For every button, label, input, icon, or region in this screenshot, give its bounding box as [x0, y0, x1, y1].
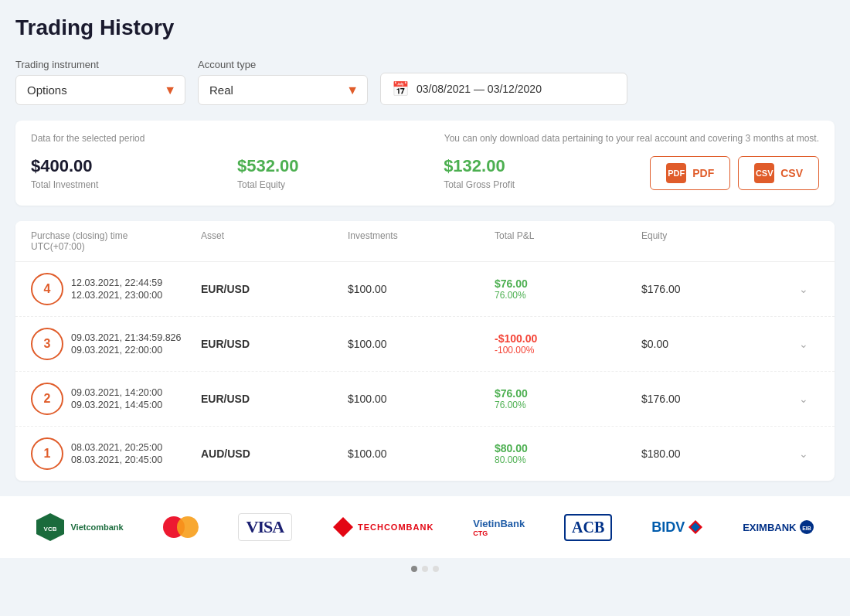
acb-text: ACB — [564, 514, 612, 541]
time-badge-2: 2 09.03.2021, 14:20:00 09.03.2021, 14:45… — [31, 383, 201, 415]
header-time: Purchase (closing) time — [31, 230, 201, 241]
header-investments: Investments — [348, 230, 495, 252]
pnl-value-1: $80.00 — [495, 442, 641, 454]
footer-logos: VCB Vietcombank VISA TECHCOMBANK VietinB… — [0, 496, 850, 558]
table-row: 1 08.03.2021, 20:25:00 08.03.2021, 20:45… — [15, 427, 835, 481]
time-lines-1: 08.03.2021, 20:25:00 08.03.2021, 20:45:0… — [71, 442, 162, 465]
time-main-1: 08.03.2021, 20:25:00 — [71, 442, 162, 453]
pnl-3: -$100.00 -100.00% — [495, 332, 641, 356]
svg-text:EIB: EIB — [803, 526, 812, 531]
instrument-select[interactable]: Options — [15, 75, 185, 105]
expand-row-2[interactable]: ⌄ — [788, 393, 819, 405]
techcombank-icon — [332, 516, 355, 539]
asset-2: EUR/USD — [201, 393, 348, 405]
vietcombank-icon: VCB — [35, 512, 66, 543]
eximbank-icon: EIB — [799, 519, 814, 535]
pdf-download-button[interactable]: PDF PDF — [650, 156, 730, 190]
logo-techcombank: TECHCOMBANK — [332, 516, 434, 539]
time-main-4: 12.03.2021, 22:44:59 — [71, 277, 162, 288]
time-badge-4: 4 12.03.2021, 22:44:59 12.03.2021, 23:00… — [31, 273, 201, 305]
account-type-label: Account type — [198, 59, 368, 70]
expand-row-3[interactable]: ⌄ — [788, 338, 819, 350]
eximbank-text: EXIMBANK — [743, 522, 796, 533]
total-gross-profit-value: $132.00 — [444, 156, 650, 176]
asset-1: AUD/USD — [201, 448, 348, 460]
equity-3: $0.00 — [641, 338, 788, 350]
equity-4: $176.00 — [641, 283, 788, 295]
expand-row-4[interactable]: ⌄ — [788, 283, 819, 295]
summary-card: Data for the selected period You can onl… — [15, 121, 835, 206]
svg-marker-2 — [333, 517, 353, 537]
csv-label: CSV — [780, 167, 803, 179]
instrument-filter: Trading instrument Options ▼ — [15, 59, 185, 105]
carousel-dot-3[interactable] — [433, 566, 439, 572]
time-badge-3: 3 09.03.2021, 21:34:59.826 09.03.2021, 2… — [31, 328, 201, 360]
instrument-label: Trading instrument — [15, 59, 185, 70]
logo-vietinbank: VietinBank CTG — [473, 518, 525, 537]
total-investment-value: $400.00 — [31, 156, 237, 176]
badge-2: 2 — [31, 383, 63, 415]
total-investment-stat: $400.00 Total Investment — [31, 156, 237, 190]
time-sub-4: 12.03.2021, 23:00:00 — [71, 290, 162, 301]
pnl-2: $76.00 76.00% — [495, 387, 641, 410]
csv-icon: CSV — [754, 163, 774, 183]
header-time-tz: UTC(+07:00) — [31, 241, 201, 252]
date-range-picker[interactable]: 📅 03/08/2021 — 03/12/2020 — [380, 73, 627, 105]
total-investment-label: Total Investment — [31, 179, 237, 190]
download-buttons: PDF PDF CSV CSV — [650, 156, 819, 190]
bidv-text: BIDV — [651, 519, 685, 536]
investment-4: $100.00 — [348, 283, 495, 295]
header-equity: Equity — [641, 230, 788, 252]
table-row: 4 12.03.2021, 22:44:59 12.03.2021, 23:00… — [15, 262, 835, 317]
vietinbank-label: VietinBank — [473, 518, 525, 529]
account-type-select[interactable]: Real — [198, 75, 368, 105]
pdf-label: PDF — [692, 167, 714, 179]
time-lines-3: 09.03.2021, 21:34:59.826 09.03.2021, 22:… — [71, 332, 182, 356]
calendar-icon: 📅 — [392, 80, 409, 97]
time-sub-2: 09.03.2021, 14:45:00 — [71, 400, 162, 410]
account-type-select-wrapper: Real ▼ — [198, 75, 368, 105]
equity-1: $180.00 — [641, 448, 788, 460]
note-right: You can only download data pertaining to… — [444, 133, 819, 144]
logo-acb: ACB — [564, 514, 612, 541]
time-lines-2: 09.03.2021, 14:20:00 09.03.2021, 14:45:0… — [71, 387, 162, 410]
investment-3: $100.00 — [348, 338, 495, 350]
badge-4: 4 — [31, 273, 63, 305]
pnl-value-2: $76.00 — [495, 387, 641, 400]
carousel-dot-1[interactable] — [411, 566, 417, 572]
badge-1: 1 — [31, 437, 63, 470]
page-title: Trading History — [15, 15, 835, 40]
time-sub-3: 09.03.2021, 22:00:00 — [71, 345, 182, 356]
pnl-1: $80.00 80.00% — [495, 442, 641, 465]
time-badge-1: 1 08.03.2021, 20:25:00 08.03.2021, 20:45… — [31, 437, 201, 470]
logo-visa: VISA — [238, 513, 293, 541]
expand-row-1[interactable]: ⌄ — [788, 448, 819, 460]
total-equity-value: $532.00 — [237, 156, 444, 176]
pnl-pct-2: 76.00% — [495, 400, 641, 410]
equity-2: $176.00 — [641, 393, 788, 405]
table-row: 3 09.03.2021, 21:34:59.826 09.03.2021, 2… — [15, 317, 835, 372]
pnl-pct-1: 80.00% — [495, 454, 641, 465]
pnl-pct-3: -100.00% — [495, 345, 641, 356]
asset-3: EUR/USD — [201, 338, 348, 350]
vietinbank-sublabel: CTG — [473, 529, 525, 537]
header-total-pnl: Total P&L — [495, 230, 641, 252]
logo-vietcombank: VCB Vietcombank — [35, 512, 123, 543]
pnl-value-3: -$100.00 — [495, 332, 641, 345]
total-equity-label: Total Equity — [237, 179, 444, 190]
total-equity-stat: $532.00 Total Equity — [237, 156, 444, 190]
csv-download-button[interactable]: CSV CSV — [738, 156, 819, 190]
summary-stats: $400.00 Total Investment $532.00 Total E… — [31, 156, 819, 190]
time-sub-1: 08.03.2021, 20:45:00 — [71, 454, 162, 465]
techcombank-label: TECHCOMBANK — [358, 522, 434, 532]
total-gross-profit-label: Total Gross Profit — [444, 179, 650, 190]
pnl-pct-4: 76.00% — [495, 290, 641, 301]
carousel-dots — [0, 558, 850, 577]
investment-2: $100.00 — [348, 393, 495, 405]
vietcombank-label: Vietcombank — [70, 522, 123, 532]
instrument-select-wrapper: Options ▼ — [15, 75, 185, 105]
carousel-dot-2[interactable] — [422, 566, 428, 572]
time-main-2: 09.03.2021, 14:20:00 — [71, 387, 162, 398]
account-type-filter: Account type Real ▼ — [198, 59, 368, 105]
logo-mastercard — [163, 516, 199, 538]
